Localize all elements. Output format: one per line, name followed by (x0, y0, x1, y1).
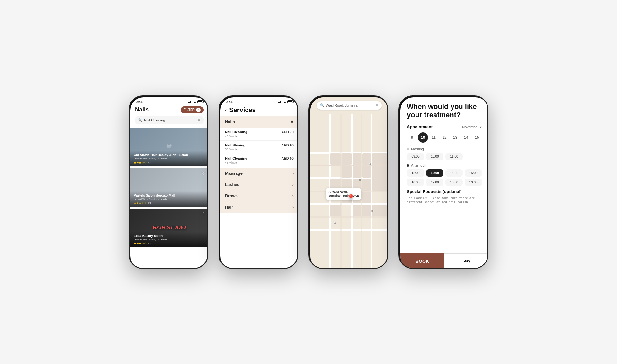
month-chevron: ∨ (479, 125, 482, 129)
status-time-1: 9:41 (136, 100, 143, 104)
salon-1-name: Cut Above Hair Beauty & Nail Salon (134, 153, 205, 157)
phone-map: 🔍 Wasl Road, Jumeirah ✕ (308, 95, 388, 269)
phone-services: 9:41 ▲ ‹ Services (219, 95, 298, 269)
salon-2-name: Pastels Salon Mercato Mall (134, 194, 205, 197)
svg-rect-21 (353, 166, 361, 178)
hair-label: Hair (225, 205, 233, 209)
salon-1-location: near Al Wasl Road, Jumeirah (134, 157, 205, 160)
date-15[interactable]: 15 (472, 132, 482, 143)
date-row: 9 10 11 12 13 14 15 (407, 132, 482, 143)
nails-chevron: ∨ (291, 120, 294, 124)
month-selector[interactable]: November ∨ (462, 125, 482, 129)
date-14[interactable]: 14 (461, 132, 471, 143)
salon-card-2[interactable]: Pastels Salon Mercato Mall near Al Wasl … (130, 168, 208, 207)
nails-category[interactable]: Nails ∨ (220, 116, 298, 128)
date-9[interactable]: 9 (407, 132, 417, 143)
phone4-screen: When would you like your treatment? Appo… (400, 97, 488, 269)
service-name-3: Nail Cleaning (225, 156, 247, 160)
battery-fill (198, 101, 202, 102)
booking-question: When would you like your treatment? (407, 102, 482, 120)
service-duration-2: 30 Minute (225, 148, 246, 151)
booking-footer: BOOK Pay (400, 253, 488, 269)
lashes-category[interactable]: Lashes › (220, 179, 298, 190)
hair-category[interactable]: Hair › (220, 201, 298, 213)
morning-label: Morning (411, 147, 424, 151)
massage-label: Massage (225, 171, 243, 176)
book-button[interactable]: BOOK (400, 253, 444, 269)
map-tooltip: Al Wasl Road, Jumeirah, Dubai, UAE (326, 188, 361, 200)
heart-icon-3[interactable]: ♡ (201, 211, 206, 216)
phone-booking: When would you like your treatment? Appo… (398, 95, 488, 269)
time-1500[interactable]: 15:00 (465, 169, 482, 177)
brows-label: Brows (225, 193, 238, 198)
status-icons-2: ▲ (278, 100, 293, 103)
time-1700[interactable]: 17:00 (426, 179, 443, 186)
wifi-icon: ▲ (193, 100, 196, 103)
time-1900[interactable]: 19:00 (465, 179, 482, 186)
map-dot-4 (334, 222, 336, 225)
time-1400: 14:00 (445, 169, 463, 177)
brows-category[interactable]: Brows › (220, 190, 298, 201)
status-icons-1: ▲ (188, 100, 203, 103)
salon-card-3[interactable]: HAIR STUDIO Elata Beauty Salon near Al W… (130, 209, 208, 247)
afternoon-label: Afternoon (411, 164, 426, 167)
afternoon-section: Afternoon 12:00 13:00 14:00 15:00 16:00 … (407, 164, 482, 186)
filter-label: FILTER (184, 108, 195, 111)
back-button[interactable]: ‹ (225, 107, 227, 113)
date-10[interactable]: 10 (418, 132, 428, 143)
status-bar-1: 9:41 ▲ (130, 97, 208, 105)
map-dot-3 (371, 210, 374, 212)
map-search-icon: 🔍 (320, 103, 324, 107)
service-item-1[interactable]: Nail Cleaning 45 Minute AED 70 (220, 128, 298, 141)
svg-rect-30 (372, 166, 388, 191)
heart-icon-2[interactable]: ♡ (201, 171, 206, 176)
stars-3: ★★★☆☆ (134, 242, 147, 245)
time-0900[interactable]: 09:00 (407, 153, 424, 160)
battery-icon (197, 100, 203, 103)
massage-category[interactable]: Massage › (220, 168, 298, 179)
tooltip-line1: Al Wasl Road, (328, 190, 359, 194)
salon-3-name: Elata Beauty Salon (134, 234, 205, 238)
map-area: Al Wasl Road, Jumeirah, Dubai, UAE 📍 (310, 113, 388, 269)
map-search-close[interactable]: ✕ (375, 103, 379, 108)
svg-rect-27 (362, 192, 371, 203)
filter-button[interactable]: FILTER 2 (181, 106, 204, 113)
nails-section: Nails ∨ Nail Cleaning 45 Minute AED 70 N… (220, 116, 298, 167)
wifi-icon-2: ▲ (283, 100, 286, 103)
svg-rect-28 (362, 205, 371, 216)
service-item-2[interactable]: Nail Shining 30 Minute AED 90 (220, 141, 298, 154)
map-dot-1 (369, 163, 371, 165)
time-1000[interactable]: 10:00 (426, 153, 443, 160)
map-search-bar[interactable]: 🔍 Wasl Road, Jumeirah ✕ (317, 101, 382, 110)
time-1200[interactable]: 12:00 (407, 169, 424, 177)
time-1600[interactable]: 16:00 (407, 179, 424, 186)
apple-pay-button[interactable]: Pay (444, 253, 488, 269)
time-1100[interactable]: 11:00 (445, 153, 463, 160)
date-13[interactable]: 13 (450, 132, 461, 143)
afternoon-time-grid: 12:00 13:00 14:00 15:00 16:00 17:00 18:0… (407, 169, 482, 186)
time-1300[interactable]: 13:00 (426, 169, 443, 177)
p4-content: When would you like your treatment? Appo… (400, 97, 488, 269)
service-item-3[interactable]: Nail Cleaning 45 Minute AED 50 (220, 154, 298, 167)
salon-2-rating: ★★★☆☆ 4/5 (134, 201, 205, 205)
time-1800[interactable]: 18:00 (445, 179, 463, 186)
brows-chevron: › (292, 193, 294, 198)
clear-icon[interactable]: ✕ (197, 118, 201, 122)
svg-rect-23 (353, 205, 361, 216)
lashes-label: Lashes (225, 182, 239, 187)
special-req-input[interactable] (407, 196, 482, 204)
stars-2: ★★★☆☆ (134, 201, 147, 205)
salon-card-1[interactable]: 🏛 Cut Above Hair Beauty & Nail Salon nea… (130, 128, 208, 166)
p1-header: Nails FILTER 2 (130, 105, 208, 116)
morning-time-grid: 09:00 10:00 11:00 (407, 153, 482, 160)
search-bar[interactable]: 🔍 ✕ (135, 116, 204, 124)
phone2-screen: 9:41 ▲ ‹ Services (220, 97, 298, 269)
salon-3-location: near Al Wasl Road, Jumeirah (134, 238, 205, 241)
status-time-2: 9:41 (226, 100, 233, 104)
date-11[interactable]: 11 (428, 132, 439, 143)
search-input[interactable] (144, 118, 195, 122)
phone1-screen: 9:41 ▲ Nails F (130, 97, 208, 269)
svg-rect-20 (353, 153, 361, 165)
date-12[interactable]: 12 (439, 132, 450, 143)
svg-rect-31 (372, 205, 388, 216)
